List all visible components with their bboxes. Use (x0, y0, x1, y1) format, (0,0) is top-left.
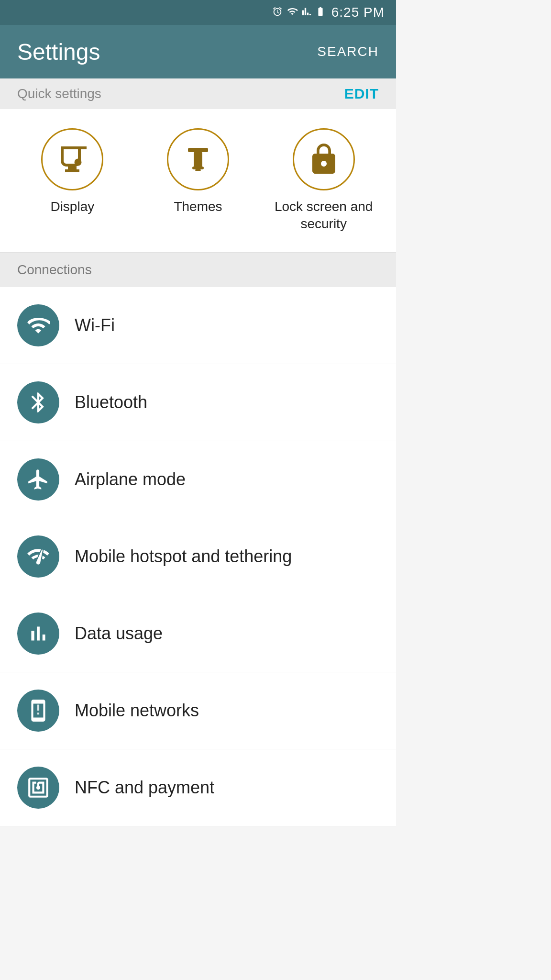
svg-rect-1 (188, 148, 208, 152)
quick-item-themes[interactable]: Themes (145, 128, 251, 215)
settings-list: Wi-Fi Bluetooth Airplane mode Mobile hot… (0, 287, 396, 826)
quick-settings-label: Quick settings (17, 86, 101, 101)
display-icon (55, 142, 89, 177)
data-label: Data usage (75, 624, 163, 644)
themes-icon (181, 142, 215, 177)
svg-rect-2 (194, 152, 202, 167)
quick-item-display[interactable]: Display (20, 128, 125, 215)
networks-label: Mobile networks (75, 701, 199, 721)
bluetooth-icon (26, 390, 50, 414)
themes-label: Themes (174, 198, 222, 215)
airplane-icon (26, 468, 50, 491)
hotspot-icon-bg (17, 535, 59, 578)
status-time: 6:25 PM (331, 5, 385, 20)
themes-icon-circle (167, 128, 229, 190)
nfc-label: NFC and payment (75, 778, 214, 798)
quick-item-lockscreen[interactable]: Lock screen and security (271, 128, 376, 233)
hotspot-icon (26, 545, 50, 568)
list-item-wifi[interactable]: Wi-Fi (0, 287, 396, 364)
nfc-icon (26, 776, 50, 800)
list-item-networks[interactable]: Mobile networks (0, 672, 396, 749)
display-icon-circle (41, 128, 103, 190)
networks-icon-bg (17, 690, 59, 732)
display-label: Display (50, 198, 94, 215)
list-item-nfc[interactable]: NFC and payment (0, 749, 396, 826)
svg-point-0 (75, 159, 82, 166)
header: Settings SEARCH (0, 25, 396, 78)
nfc-icon-bg (17, 767, 59, 809)
connections-section-header: Connections (0, 253, 396, 287)
quick-settings-icons: Display Themes Lock screen and security (0, 109, 396, 253)
list-item-hotspot[interactable]: Mobile hotspot and tethering (0, 518, 396, 595)
wifi-label: Wi-Fi (75, 315, 115, 335)
wifi-icon (26, 313, 50, 337)
list-item-bluetooth[interactable]: Bluetooth (0, 364, 396, 441)
list-item-airplane[interactable]: Airplane mode (0, 441, 396, 518)
hotspot-label: Mobile hotspot and tethering (75, 546, 292, 567)
airplane-label: Airplane mode (75, 469, 186, 490)
signal-icon (302, 6, 311, 19)
svg-rect-4 (195, 169, 201, 171)
lock-icon-circle (293, 128, 355, 190)
quick-settings-bar: Quick settings EDIT (0, 78, 396, 109)
bluetooth-icon-bg (17, 381, 59, 423)
data-icon-bg (17, 612, 59, 655)
alarm-icon (272, 6, 283, 19)
status-icons (272, 6, 326, 19)
networks-icon (26, 699, 50, 723)
airplane-icon-bg (17, 458, 59, 501)
lockscreen-label: Lock screen and security (271, 198, 376, 233)
battery-icon (315, 6, 326, 19)
edit-button[interactable]: EDIT (344, 86, 379, 102)
svg-rect-3 (192, 167, 204, 169)
wifi-status-icon (287, 6, 298, 19)
page-title: Settings (17, 39, 100, 65)
status-bar: 6:25 PM (0, 0, 396, 25)
bluetooth-label: Bluetooth (75, 392, 147, 412)
connections-label: Connections (17, 262, 92, 278)
list-item-data[interactable]: Data usage (0, 595, 396, 672)
data-icon (26, 622, 50, 646)
wifi-icon-bg (17, 304, 59, 346)
lock-icon (307, 142, 341, 177)
search-button[interactable]: SEARCH (317, 44, 379, 59)
